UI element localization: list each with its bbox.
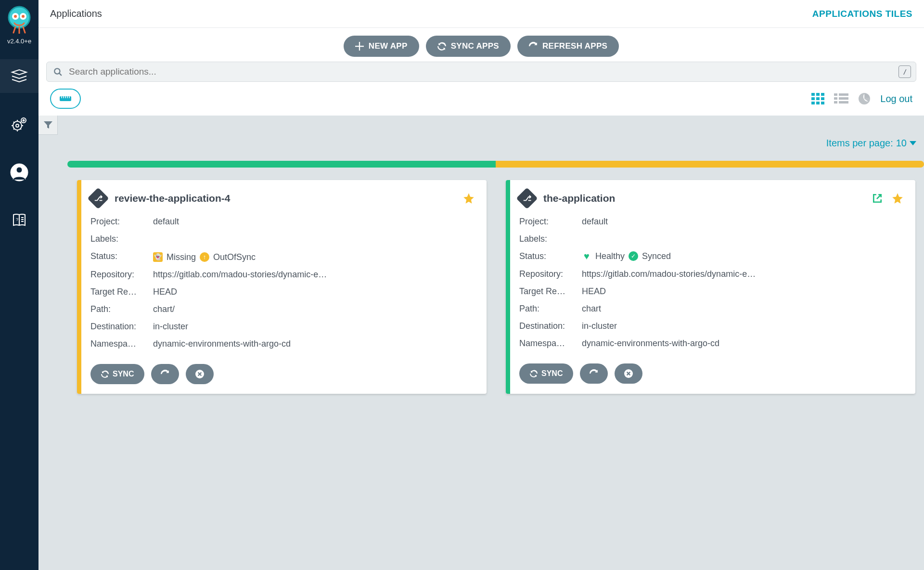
value-labels xyxy=(582,230,670,247)
label-ns: Namespa… xyxy=(90,335,153,352)
value-project: default xyxy=(582,213,670,230)
nav-settings[interactable] xyxy=(0,107,38,141)
svg-point-4 xyxy=(22,15,25,18)
label-labels: Labels: xyxy=(90,230,153,247)
svg-point-6 xyxy=(16,124,19,127)
svg-point-12 xyxy=(54,68,60,74)
new-app-label: NEW APP xyxy=(369,41,408,51)
label-target: Target Re… xyxy=(90,283,153,300)
ghost-icon: 👻 xyxy=(153,252,163,262)
label-target: Target Re… xyxy=(519,283,582,300)
status-health: Healthy xyxy=(595,247,625,265)
value-ns: dynamic-environments-with-argo-cd xyxy=(153,335,475,352)
svg-point-8 xyxy=(23,120,25,121)
card-sync-button[interactable]: SYNC xyxy=(90,364,144,384)
svg-point-10 xyxy=(16,167,22,173)
status-sync: Synced xyxy=(642,247,670,265)
ruler-toggle[interactable] xyxy=(50,89,81,109)
app-name: review-the-application-4 xyxy=(115,193,230,204)
app-card[interactable]: ⎇review-the-application-4Project:default… xyxy=(77,180,487,394)
value-project: default xyxy=(153,213,475,230)
sidebar: v2.4.0+e ? xyxy=(0,0,38,413)
top-header: Applications APPLICATIONS TILES xyxy=(38,0,670,28)
value-target: HEAD xyxy=(153,283,475,300)
view-bar: Log out xyxy=(38,87,670,116)
search-icon xyxy=(53,67,69,76)
card-delete-button[interactable] xyxy=(186,364,214,384)
bar-missing xyxy=(496,161,670,168)
card-refresh-button[interactable] xyxy=(580,363,608,384)
star-icon[interactable] xyxy=(462,192,475,205)
label-labels: Labels: xyxy=(519,230,582,247)
svg-point-3 xyxy=(14,15,17,18)
value-status: 👻Missing ↑OutOfSync xyxy=(153,247,475,266)
value-dest: in-cluster xyxy=(153,318,475,335)
check-icon: ✓ xyxy=(629,251,638,261)
nav-user[interactable] xyxy=(0,155,38,189)
arrow-up-icon: ↑ xyxy=(200,252,209,262)
svg-point-7 xyxy=(21,118,26,123)
card-sync-label: SYNC xyxy=(541,369,563,378)
value-target: HEAD xyxy=(582,283,670,300)
card-sync-label: SYNC xyxy=(113,370,134,378)
card-delete-button[interactable] xyxy=(615,363,642,384)
label-path: Path: xyxy=(90,300,153,318)
value-path: chart xyxy=(582,300,670,317)
search-bar: / xyxy=(46,62,670,82)
new-app-button[interactable]: NEW APP xyxy=(344,36,419,57)
page-title: Applications xyxy=(50,8,102,19)
refresh-apps-label: REFRESH APPS xyxy=(542,41,607,51)
status-health: Missing xyxy=(167,248,196,266)
heart-icon: ♥ xyxy=(582,251,591,261)
svg-text:?: ? xyxy=(16,217,18,222)
refresh-apps-button[interactable]: REFRESH APPS xyxy=(517,36,619,57)
value-dest: in-cluster xyxy=(582,317,670,335)
value-status: ♥Healthy ✓Synced xyxy=(582,247,670,265)
sync-apps-label: SYNC APPS xyxy=(451,41,499,51)
label-repo: Repository: xyxy=(90,266,153,283)
search-input[interactable] xyxy=(69,66,670,77)
label-dest: Destination: xyxy=(90,318,153,335)
card-sync-button[interactable]: SYNC xyxy=(519,363,573,384)
argo-logo xyxy=(4,4,35,35)
version-label: v2.4.0+e xyxy=(7,38,31,45)
app-card[interactable]: ⎇the-applicationProject:defaultLabels:St… xyxy=(506,180,670,394)
git-icon: ⎇ xyxy=(516,187,538,209)
bar-healthy xyxy=(67,161,496,168)
git-icon: ⎇ xyxy=(87,187,109,209)
nav-applications[interactable] xyxy=(0,59,38,93)
health-summary-bar xyxy=(67,161,670,168)
nav-docs[interactable]: ? xyxy=(0,204,38,237)
status-sync: OutOfSync xyxy=(213,248,256,266)
value-labels xyxy=(153,230,475,247)
label-status: Status: xyxy=(90,247,153,266)
label-dest: Destination: xyxy=(519,317,582,335)
app-name: the-application xyxy=(543,193,615,204)
label-status: Status: xyxy=(519,247,582,265)
workspace: Items per page: 10 ⎇review-the-applicati… xyxy=(38,116,670,413)
value-ns: dynamic-environments-with-argo-cd xyxy=(582,335,670,352)
filter-button[interactable] xyxy=(38,116,58,135)
sync-apps-button[interactable]: SYNC APPS xyxy=(426,36,511,57)
label-ns: Namespa… xyxy=(519,335,582,352)
label-path: Path: xyxy=(519,300,582,317)
label-project: Project: xyxy=(90,213,153,230)
value-repo: https://gitlab.com/madou-stories/dynamic… xyxy=(582,265,670,283)
card-refresh-button[interactable] xyxy=(151,364,179,384)
toolbar: NEW APP SYNC APPS REFRESH APPS xyxy=(38,28,670,62)
value-path: chart/ xyxy=(153,300,475,318)
value-repo: https://gitlab.com/madou-stories/dynamic… xyxy=(153,266,475,283)
label-project: Project: xyxy=(519,213,582,230)
label-repo: Repository: xyxy=(519,265,582,283)
